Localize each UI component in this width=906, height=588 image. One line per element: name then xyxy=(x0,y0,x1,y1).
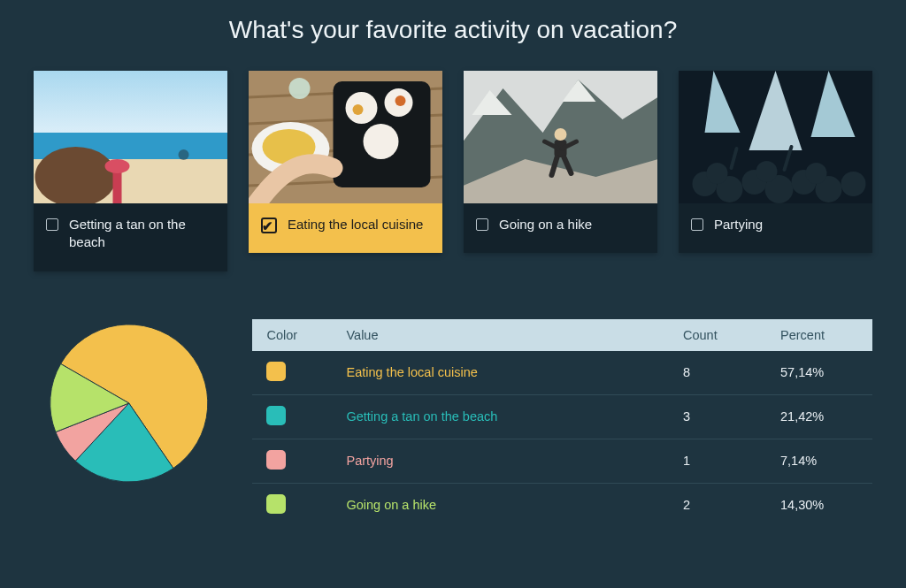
th-count: Count xyxy=(669,319,766,351)
color-swatch xyxy=(266,362,286,381)
option-image-beach xyxy=(34,71,227,203)
option-label: Eating the local cuisine xyxy=(288,216,423,233)
poll-question: What's your favorite activity on vacatio… xyxy=(34,16,872,44)
option-card-party[interactable]: Partying xyxy=(679,71,872,253)
th-value: Value xyxy=(332,319,669,351)
row-percent: 57,14% xyxy=(766,351,872,395)
results-section: Color Value Count Percent Eating the loc… xyxy=(34,319,872,527)
option-label: Getting a tan on the beach xyxy=(69,216,211,252)
checkbox-icon xyxy=(691,218,703,231)
option-label: Partying xyxy=(714,216,763,233)
option-label: Going on a hike xyxy=(499,216,592,233)
row-count: 3 xyxy=(669,394,766,439)
svg-point-27 xyxy=(555,128,567,141)
svg-point-20 xyxy=(289,78,311,99)
row-count: 8 xyxy=(669,351,766,395)
row-value: Partying xyxy=(346,454,393,468)
color-swatch xyxy=(266,494,286,514)
row-value: Going on a hike xyxy=(346,498,436,512)
option-card-hike[interactable]: Going on a hike xyxy=(464,71,657,253)
option-image-hike xyxy=(464,71,657,203)
svg-point-45 xyxy=(806,163,827,184)
row-percent: 21,42% xyxy=(766,394,872,439)
results-pie-chart xyxy=(46,319,211,487)
row-value: Getting a tan on the beach xyxy=(346,409,497,424)
option-image-party xyxy=(679,71,872,203)
color-swatch xyxy=(266,406,286,425)
color-swatch xyxy=(266,450,286,470)
option-image-cuisine xyxy=(249,71,442,203)
svg-point-15 xyxy=(364,124,399,159)
table-row: Going on a hike214,30% xyxy=(252,483,872,527)
svg-point-5 xyxy=(105,159,130,173)
checkbox-icon xyxy=(46,218,58,231)
svg-point-42 xyxy=(841,172,866,196)
option-card-beach[interactable]: Getting a tan on the beach xyxy=(34,71,227,271)
table-row: Partying17,14% xyxy=(252,439,872,483)
poll-options: Getting a tan on the beach xyxy=(34,71,872,271)
checkbox-icon xyxy=(476,218,488,231)
option-card-cuisine[interactable]: Eating the local cuisine xyxy=(249,71,442,253)
th-percent: Percent xyxy=(766,319,872,351)
row-percent: 7,14% xyxy=(766,439,872,483)
th-color: Color xyxy=(252,319,332,351)
row-count: 1 xyxy=(669,439,766,483)
svg-point-16 xyxy=(353,104,364,115)
svg-point-43 xyxy=(707,163,728,184)
table-row: Eating the local cuisine857,14% xyxy=(252,351,872,395)
svg-point-6 xyxy=(179,149,189,160)
results-table: Color Value Count Percent Eating the loc… xyxy=(252,319,872,527)
svg-point-44 xyxy=(756,161,778,182)
row-count: 2 xyxy=(669,483,766,527)
checkbox-checked-icon xyxy=(261,218,277,233)
table-row: Getting a tan on the beach321,42% xyxy=(252,394,872,439)
row-percent: 14,30% xyxy=(766,483,872,527)
row-value: Eating the local cuisine xyxy=(346,365,477,379)
svg-point-17 xyxy=(395,95,406,106)
